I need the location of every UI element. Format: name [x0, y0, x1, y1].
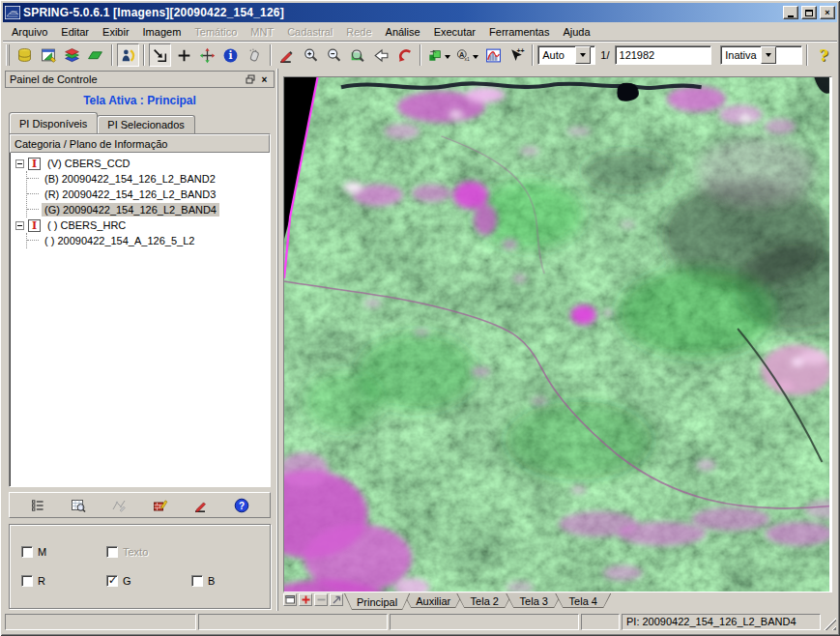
mode-combo[interactable]: Inativa — [720, 45, 802, 65]
zoom-window-button[interactable] — [346, 43, 368, 67]
close-button[interactable]: × — [820, 6, 835, 19]
pi-list-button[interactable] — [26, 495, 49, 516]
contrast-button[interactable] — [117, 43, 139, 67]
undo-button[interactable] — [393, 43, 416, 67]
checkbox-texto-box[interactable] — [106, 546, 118, 558]
pencil-button[interactable] — [189, 495, 213, 516]
tree-header[interactable]: Categoria / Plano de Informação — [10, 134, 270, 153]
brick-edit-button[interactable] — [149, 495, 172, 516]
checkbox-m[interactable]: M — [21, 543, 106, 561]
add-screen-button[interactable] — [299, 593, 312, 606]
grid-zoom-button[interactable] — [67, 495, 90, 516]
checkbox-m-box[interactable] — [21, 546, 33, 558]
redraw-dropdown-icon[interactable] — [445, 55, 450, 62]
resize-grip[interactable] — [824, 618, 836, 630]
tree-row-pi[interactable]: ( ) 20090422_154_A_126_5_L2 — [27, 233, 270, 248]
menu-executar[interactable]: Executar — [427, 24, 482, 40]
tab-tela-3[interactable]: Tela 3 — [506, 593, 562, 608]
project-icon — [41, 47, 57, 64]
tab-tela-2[interactable]: Tela 2 — [456, 593, 512, 608]
svg-text:?: ? — [239, 501, 245, 511]
acquire-point-button[interactable]: ++ — [506, 43, 528, 67]
collapse-icon[interactable] — [15, 159, 24, 168]
checkbox-r[interactable]: R — [21, 572, 106, 590]
checkbox-b[interactable]: B — [191, 572, 270, 590]
menu-editar[interactable]: Editar — [54, 24, 96, 40]
detach-screen-button[interactable] — [330, 593, 343, 606]
histogram-button[interactable] — [481, 43, 504, 67]
grid-zoom-icon — [71, 498, 86, 513]
database-icon — [16, 47, 33, 64]
scale-prefix-label: 1/ — [600, 49, 609, 61]
pan-icon — [199, 47, 216, 64]
tree-row-pi[interactable]: (B) 20090422_154_126_L2_BAND2 — [27, 171, 270, 187]
redraw-button[interactable] — [425, 43, 445, 67]
dock-close-button[interactable]: × — [257, 72, 272, 86]
checkbox-g[interactable]: G — [106, 572, 191, 590]
database-button[interactable] — [14, 43, 36, 67]
menu-exibir[interactable]: Exibir — [96, 24, 136, 40]
combo-arrow-icon[interactable] — [761, 46, 776, 64]
zoom-in-button[interactable] — [299, 43, 321, 67]
application-window: SPRING-5.0.6.1 [Imagens][20090422_154_12… — [0, 0, 840, 636]
title-bar[interactable]: SPRING-5.0.6.1 [Imagens][20090422_154_12… — [3, 3, 837, 22]
viewer-column: Principal Auxiliar Tela 2 Tela 3 Tela 4 — [277, 69, 837, 611]
pencil-icon — [193, 498, 209, 513]
tab-auxiliar[interactable]: Auxiliar — [403, 593, 463, 608]
image-viewer[interactable] — [283, 76, 832, 593]
previous-button[interactable] — [370, 43, 392, 67]
dock-float-button[interactable] — [243, 72, 257, 86]
dock-close-icon: × — [262, 74, 268, 85]
layers-button[interactable] — [61, 43, 83, 67]
collapse-icon[interactable] — [15, 221, 24, 230]
plus-button[interactable] — [172, 43, 194, 67]
checkbox-texto[interactable]: Texto — [106, 543, 191, 561]
zoom-out-button[interactable] — [323, 43, 345, 67]
checkbox-r-box[interactable] — [21, 575, 33, 587]
active-plane-button[interactable] — [84, 43, 106, 67]
control-panel-titlebar[interactable]: Painel de Controle × — [5, 71, 275, 88]
satellite-image[interactable] — [284, 77, 829, 592]
tab-tela-4[interactable]: Tela 4 — [555, 593, 611, 608]
panel-help-button[interactable]: ? — [230, 495, 253, 516]
menu-ajuda[interactable]: Ajuda — [556, 24, 596, 40]
toolbar-handle[interactable] — [6, 44, 10, 66]
tab-pi-selecionados[interactable]: PI Selecionados — [97, 115, 195, 133]
maximize-button[interactable] — [801, 6, 817, 19]
redraw-icon — [428, 47, 442, 64]
add-icon — [301, 594, 311, 605]
menu-analise[interactable]: Análise — [379, 24, 427, 40]
layers-icon — [64, 47, 80, 64]
scale-button[interactable]: Ax1 — [453, 43, 473, 67]
tree-row-category[interactable]: I ( ) CBERS_HRC — [14, 217, 270, 233]
checkbox-g-box[interactable] — [106, 575, 118, 587]
tree-row-category[interactable]: I (V) CBERS_CCD — [14, 156, 270, 171]
locate-cursor-button[interactable] — [149, 43, 171, 67]
combo-arrow-icon[interactable] — [575, 46, 591, 64]
spray-button[interactable] — [244, 43, 266, 67]
project-button[interactable] — [37, 43, 59, 67]
menu-ferramentas[interactable]: Ferramentas — [482, 24, 556, 40]
viewer-canvas[interactable] — [284, 77, 832, 592]
zoom-mode-combo[interactable]: Auto — [537, 45, 595, 65]
contrast-person-icon — [120, 47, 136, 64]
tab-principal[interactable]: Principal — [344, 593, 410, 610]
minimize-button[interactable] — [783, 6, 798, 19]
toolbar-separator — [420, 44, 421, 66]
edit-pencil-icon — [278, 47, 295, 64]
pan-button[interactable] — [196, 43, 218, 67]
scale-input[interactable] — [615, 45, 711, 65]
checkbox-b-box[interactable] — [191, 575, 203, 587]
tree-row-pi[interactable]: (G) 20090422_154_126_L2_BAND4 — [27, 202, 270, 217]
tab-pi-disponiveis[interactable]: PI Disponíveis — [9, 112, 98, 133]
help-button[interactable]: ? — [812, 43, 834, 67]
edit-pencil-button[interactable] — [275, 43, 298, 67]
tree-row-pi[interactable]: (R) 20090422_154_126_L2_BAND3 — [27, 187, 270, 202]
screen-window-button[interactable] — [283, 593, 297, 606]
scale-dropdown-icon[interactable] — [473, 55, 478, 62]
menu-arquivo[interactable]: Arquivo — [5, 24, 54, 40]
menu-imagem[interactable]: Imagem — [136, 24, 188, 40]
svg-text:++: ++ — [517, 47, 525, 54]
menu-cadastral: Cadastral — [280, 24, 339, 40]
info-button[interactable]: i — [219, 43, 242, 67]
